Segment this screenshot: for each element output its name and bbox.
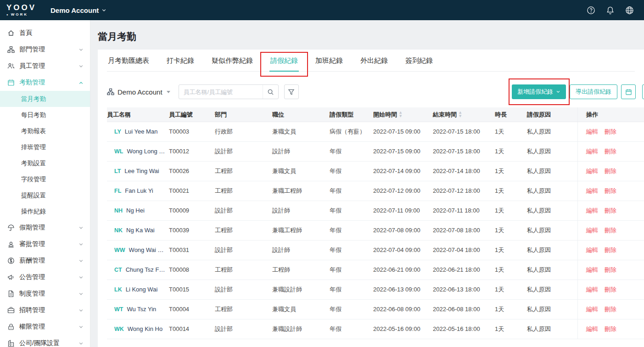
sidebar-item-attendance-settings[interactable]: 考勤設置 [0, 155, 90, 171]
edit-link[interactable]: 編輯 [586, 207, 598, 215]
chevron-down-icon [556, 90, 560, 94]
sidebar-item-label: 部門管理 [19, 45, 78, 54]
table-toolbar: Demo Account 新增請假紀錄 [107, 84, 644, 99]
delete-link[interactable]: 刪除 [605, 246, 616, 254]
edit-link[interactable]: 編輯 [586, 187, 598, 195]
filter-button[interactable] [284, 84, 299, 99]
tab-suspected-cheating-records[interactable]: 疑似作弊紀錄 [211, 50, 254, 71]
chevron-icon [78, 308, 84, 313]
sort-icon[interactable] [399, 111, 402, 118]
position-cell: 設計師 [272, 207, 330, 215]
help-icon[interactable] [587, 6, 595, 15]
org-selector[interactable]: Demo Account [107, 88, 170, 96]
chevron-icon [78, 258, 84, 263]
approval-icon [7, 241, 15, 248]
delete-link[interactable]: 刪除 [605, 147, 616, 156]
sidebar-item-approval-management[interactable]: 審批管理 [0, 236, 90, 252]
search-input[interactable] [179, 89, 263, 95]
sidebar-item-holiday-management[interactable]: 假期管理 [0, 219, 90, 236]
delete-link[interactable]: 刪除 [605, 207, 616, 215]
clipped-toolbar-button[interactable] [642, 84, 644, 99]
sidebar-item-label: 權限管理 [19, 323, 78, 331]
duration-cell: 1天 [495, 266, 527, 274]
sidebar-item-attendance-report[interactable]: 考勤報表 [0, 123, 90, 139]
delete-link[interactable]: 刪除 [605, 325, 616, 333]
start-time-cell: 2022-07-15 09:00 [373, 128, 433, 136]
language-globe-icon[interactable] [625, 6, 634, 15]
leave-records-table: 員工名稱 員工編號 部門 [107, 107, 644, 339]
calendar-view-button[interactable] [621, 84, 636, 99]
sidebar-item-recruitment-management[interactable]: 招聘管理 [0, 302, 90, 319]
sidebar-item-shift-management[interactable]: 排班管理 [0, 139, 90, 155]
chevron-icon [78, 80, 84, 85]
tab-outing-records[interactable]: 外出紀錄 [359, 50, 389, 71]
actions-cell: 編輯 刪除 [577, 142, 644, 161]
edit-link[interactable]: 編輯 [586, 285, 598, 294]
edit-link[interactable]: 編輯 [586, 246, 598, 254]
sidebar-item-department-management[interactable]: 部門管理 [0, 41, 90, 58]
department-cell: 設計部 [215, 207, 272, 215]
sidebar-item-home[interactable]: 首頁 [0, 25, 90, 41]
sidebar-item-company-team-settings[interactable]: 公司/團隊設置 [0, 335, 90, 347]
sidebar-item-operation-log[interactable]: 操作紀錄 [0, 203, 90, 219]
sidebar-item-daily-attendance[interactable]: 每日考勤 [0, 107, 90, 123]
sidebar-item-field-management[interactable]: 字段管理 [0, 171, 90, 187]
sidebar-item-employee-management[interactable]: 員工管理 [0, 58, 90, 74]
edit-link[interactable]: 編輯 [586, 147, 598, 156]
sidebar-item-attendance-management[interactable]: 考勤管理 [0, 74, 90, 91]
delete-link[interactable]: 刪除 [605, 305, 616, 313]
search-button[interactable] [263, 85, 278, 99]
add-leave-record-button[interactable]: 新增請假紀錄 [512, 84, 566, 99]
edit-link[interactable]: 編輯 [586, 325, 598, 333]
column-header: 開始時間 [373, 107, 433, 122]
tab-overtime-records[interactable]: 加班紀錄 [314, 50, 344, 71]
employee-name-cell: NH Ng Hei [107, 207, 169, 215]
edit-link[interactable]: 編輯 [586, 226, 598, 235]
delete-link[interactable]: 刪除 [605, 226, 616, 235]
department-cell: 設計部 [215, 325, 272, 333]
employee-name-cell: CT Chung Tsz F… [107, 266, 169, 274]
column-header: 請假原因 [527, 107, 577, 122]
department-cell: 工程部 [215, 266, 272, 274]
sidebar-item-policy-management[interactable]: 制度管理 [0, 285, 90, 302]
delete-link[interactable]: 刪除 [605, 285, 616, 294]
sidebar-item-label: 字段管理 [21, 175, 84, 184]
tab-monthly-attendance-summary[interactable]: 月考勤匯總表 [107, 50, 150, 71]
notifications-bell-icon[interactable] [606, 6, 615, 15]
toolbar-actions: 新增請假紀錄 導出請假紀錄 [512, 84, 639, 99]
edit-link[interactable]: 編輯 [586, 266, 598, 274]
employee-name: Li Kong Wai [126, 285, 158, 294]
employee-id-cell: T00012 [169, 147, 215, 156]
employee-name-cell: WT Wu Tsz Yin [107, 305, 169, 313]
account-switcher[interactable]: Demo Account [50, 6, 106, 14]
tab-clock-in-records[interactable]: 打卡紀錄 [166, 50, 195, 71]
export-leave-records-button[interactable]: 導出請假紀錄 [570, 84, 617, 99]
tab-sign-in-records[interactable]: 簽到紀錄 [404, 50, 434, 71]
start-time-cell: 2022-07-08 09:00 [373, 226, 433, 235]
delete-link[interactable]: 刪除 [605, 128, 616, 136]
sort-icon[interactable] [459, 111, 461, 118]
reason-cell: 私人原因 [527, 305, 577, 313]
edit-link[interactable]: 編輯 [586, 167, 598, 175]
edit-link[interactable]: 編輯 [586, 305, 598, 313]
edit-link[interactable]: 編輯 [586, 128, 598, 136]
position-cell: 兼職文員 [272, 305, 330, 313]
tab-leave-records[interactable]: 請假紀錄 [269, 50, 299, 71]
sidebar-item-payroll-management[interactable]: 薪酬管理 [0, 252, 90, 269]
position-cell: 設計師 [272, 246, 330, 254]
delete-link[interactable]: 刪除 [605, 266, 616, 274]
topbar: YOOV ● WORK Demo Account [0, 0, 644, 20]
end-time-cell: 2022-05-16 18:00 [433, 325, 495, 333]
chevron-icon [78, 275, 84, 280]
employee-name-cell: LY Lui Yee Man [107, 128, 169, 136]
tab-label: 簽到紀錄 [405, 56, 433, 64]
yoov-work-logo[interactable]: YOOV ● WORK [0, 4, 45, 17]
sidebar-item-announcement-management[interactable]: 公告管理 [0, 269, 90, 285]
department-cell: 設計部 [215, 285, 272, 294]
sidebar-item-permission-management[interactable]: 權限管理 [0, 319, 90, 335]
delete-link[interactable]: 刪除 [605, 167, 616, 175]
delete-link[interactable]: 刪除 [605, 187, 616, 195]
sidebar-item-reminder-settings[interactable]: 提醒設置 [0, 187, 90, 203]
column-header: 部門 [215, 107, 272, 122]
sidebar-item-monthly-attendance[interactable]: 當月考勤 [0, 91, 90, 107]
